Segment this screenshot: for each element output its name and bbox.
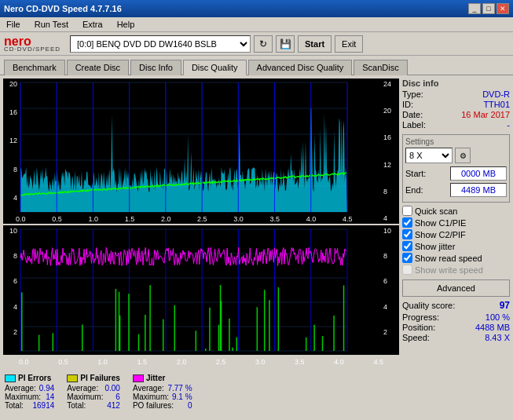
pi-errors-stat: PI Errors Average: 0.94 Maximum: 14 Tota… [5, 374, 54, 410]
menu-help[interactable]: Help [114, 19, 138, 30]
date-label: Date: [402, 110, 423, 119]
jitter-label: Show jitter [415, 242, 455, 251]
jitter-max-value: 9.1 % [172, 393, 192, 401]
refresh-icon[interactable]: ↻ [254, 35, 273, 53]
id-label: ID: [402, 100, 413, 109]
disc-info-label: Disc info [402, 79, 510, 88]
settings-section: Settings 8 X ⚙ Start: End: [402, 134, 510, 203]
nero-logo: nero CD·DVD/SPEED [4, 35, 60, 53]
tab-advanced-disc-quality[interactable]: Advanced Disc Quality [248, 60, 353, 75]
close-button[interactable]: ✕ [497, 3, 509, 14]
pi-failures-color [67, 374, 78, 382]
speed-settings-icon[interactable]: ⚙ [455, 148, 471, 163]
tab-create-disc[interactable]: Create Disc [67, 60, 129, 75]
pi-avg-label: Average: [5, 384, 36, 393]
c2pif-checkbox[interactable] [402, 229, 412, 239]
type-label: Type: [402, 89, 423, 99]
progress-section: Progress: 100 % Position: 4488 MB Speed:… [402, 312, 510, 342]
jitter-checkbox[interactable] [402, 241, 412, 251]
tab-disc-quality[interactable]: Disc Quality [183, 60, 247, 75]
checkbox-quick-scan: Quick scan [402, 206, 510, 216]
menu-run-test[interactable]: Run Test [31, 19, 71, 30]
jitter-color [133, 374, 144, 382]
disc-info-section: Disc info Type: DVD-R ID: TTH01 Date: 16… [402, 79, 510, 130]
quality-score-value: 97 [500, 300, 510, 311]
window-title: Nero CD-DVD Speed 4.7.7.16 [4, 4, 122, 13]
quick-scan-label: Quick scan [415, 206, 457, 216]
side-panel: Disc info Type: DVD-R ID: TTH01 Date: 16… [399, 75, 513, 417]
checkbox-write-speed: Show write speed [402, 265, 510, 275]
jitter-avg-value: 7.77 % [167, 384, 192, 393]
tab-disc-info[interactable]: Disc Info [130, 60, 181, 75]
progress-value: 100 % [486, 312, 510, 322]
settings-label: Settings [405, 137, 507, 146]
pi-failures-title: PI Failures [80, 374, 120, 382]
checkbox-read-speed: Show read speed [402, 253, 510, 263]
end-mb-input[interactable] [450, 183, 507, 197]
id-value: TTH01 [483, 100, 510, 109]
pi-avg-value: 0.94 [39, 384, 54, 393]
start-mb-input[interactable] [450, 166, 507, 181]
progress-label: Progress: [402, 312, 439, 322]
pi-failures-stat: PI Failures Average: 0.00 Maximum: 6 Tot… [67, 374, 120, 410]
menu-file[interactable]: File [3, 19, 24, 30]
minimize-button[interactable]: _ [468, 3, 481, 14]
read-speed-label: Show read speed [415, 254, 482, 263]
logo-subtitle: CD·DVD/SPEED [4, 46, 60, 53]
tab-scan-disc[interactable]: ScanDisc [354, 60, 407, 75]
checkbox-c1pie: Show C1/PIE [402, 217, 510, 228]
start-button[interactable]: Start [298, 35, 332, 53]
checkbox-jitter: Show jitter [402, 241, 510, 251]
pi-errors-title: PI Errors [18, 374, 51, 382]
pif-max-value: 6 [115, 393, 120, 401]
tab-benchmark[interactable]: Benchmark [4, 60, 65, 75]
quality-score-label: Quality score: [402, 301, 455, 310]
write-speed-checkbox [402, 265, 412, 275]
position-value: 4488 MB [475, 323, 510, 332]
disc-label-label: Label: [402, 120, 426, 130]
menu-bar: File Run Test Extra Help [0, 17, 513, 32]
end-mb-label: End: [405, 185, 423, 195]
pif-avg-value: 0.00 [104, 384, 119, 393]
c2pif-label: Show C2/PIF [415, 230, 466, 239]
read-speed-checkbox[interactable] [402, 253, 412, 263]
jitter-stat: Jitter Average: 7.77 % Maximum: 9.1 % PO… [133, 374, 192, 410]
main-content: 20 16 12 8 4 24 20 16 12 8 4 10 [0, 75, 513, 417]
pi-total-label: Total: [5, 401, 24, 410]
pif-total-label: Total: [67, 401, 86, 410]
disc-label-value: - [507, 120, 510, 130]
tab-bar: Benchmark Create Disc Disc Info Disc Qua… [0, 56, 513, 75]
speed-label: Speed: [402, 333, 430, 342]
exit-button[interactable]: Exit [335, 35, 363, 53]
speed-selector[interactable]: 8 X [405, 148, 453, 163]
advanced-button[interactable]: Advanced [402, 279, 510, 297]
position-label: Position: [402, 323, 435, 332]
maximize-button[interactable]: □ [482, 3, 495, 14]
save-icon[interactable]: 💾 [276, 35, 295, 53]
checkbox-c2pif: Show C2/PIF [402, 229, 510, 239]
pi-max-value: 14 [46, 393, 54, 401]
window-controls: _ □ ✕ [468, 3, 509, 14]
toolbar: nero CD·DVD/SPEED [0:0] BENQ DVD DD DW16… [0, 32, 513, 56]
c1pie-label: Show C1/PIE [415, 218, 466, 228]
date-value: 16 Mar 2017 [461, 110, 510, 119]
speed-value: 8.43 X [485, 333, 510, 342]
jitter-po-label: PO failures: [133, 401, 174, 410]
jitter-max-label: Maximum: [133, 393, 169, 401]
pi-errors-color [5, 374, 16, 382]
title-bar: Nero CD-DVD Speed 4.7.7.16 _ □ ✕ [0, 0, 513, 17]
write-speed-label: Show write speed [415, 265, 483, 275]
menu-extra[interactable]: Extra [79, 19, 106, 30]
c1pie-checkbox[interactable] [402, 217, 412, 228]
drive-selector[interactable]: [0:0] BENQ DVD DD DW1640 BSLB [70, 35, 251, 53]
start-mb-label: Start: [405, 169, 426, 178]
checkboxes-section: Quick scan Show C1/PIE Show C2/PIF Show … [402, 206, 510, 275]
quality-score-row: Quality score: 97 [402, 300, 510, 311]
pi-max-label: Maximum: [5, 393, 41, 401]
jitter-po-value: 0 [188, 401, 192, 410]
type-value: DVD-R [482, 89, 510, 99]
quick-scan-checkbox[interactable] [402, 206, 412, 216]
jitter-title: Jitter [146, 374, 165, 382]
pif-total-value: 412 [107, 401, 120, 410]
pi-total-value: 16914 [33, 401, 55, 410]
